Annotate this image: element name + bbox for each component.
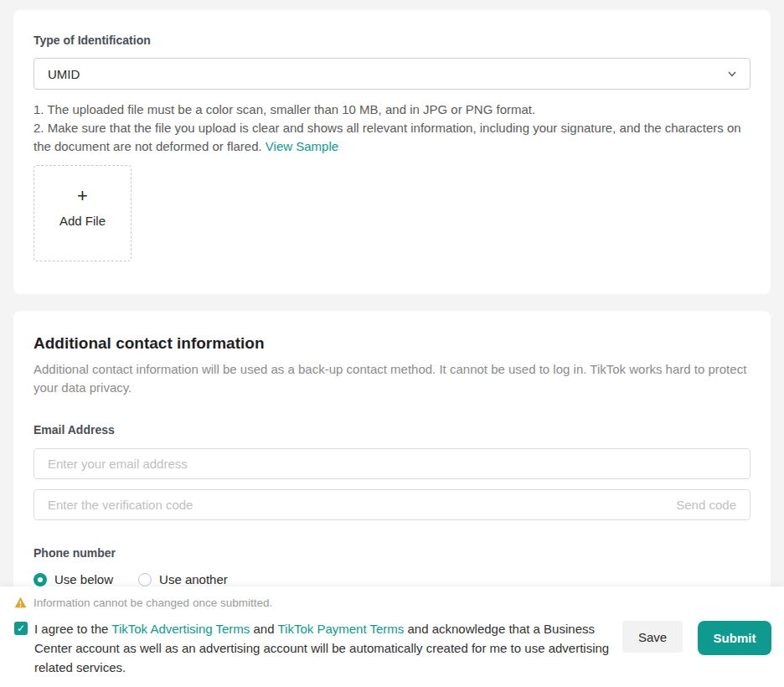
upload-instructions: 1. The uploaded file must be a color sca… [34, 101, 750, 156]
identification-type-label: Type of Identification [34, 34, 750, 47]
plus-icon: + [77, 187, 88, 205]
email-input-wrap [34, 448, 750, 479]
radio-use-another-label: Use another [159, 572, 228, 586]
agreement-row: ✓ I agree to the TikTok Advertising Term… [0, 612, 784, 677]
verification-code-input-wrap: Send code [34, 489, 750, 520]
warning-triangle-icon [14, 597, 27, 608]
chevron-down-icon [726, 68, 738, 80]
identification-card: Type of Identification UMID 1. The uploa… [13, 10, 771, 294]
phone-number-label: Phone number [34, 546, 750, 560]
radio-selected-icon [34, 573, 47, 586]
warning-banner: Information cannot be changed once submi… [0, 586, 784, 612]
sticky-action-footer: Information cannot be changed once submi… [0, 586, 784, 687]
agreement-checkbox[interactable]: ✓ [14, 622, 28, 635]
email-address-label: Email Address [34, 423, 750, 436]
radio-use-another[interactable]: Use another [138, 572, 228, 586]
footer-buttons: Save Submit [622, 621, 771, 655]
advertising-terms-link[interactable]: TikTok Advertising Terms [111, 622, 250, 636]
radio-unselected-icon [138, 573, 152, 586]
contact-info-title: Additional contact information [34, 334, 750, 353]
upload-instruction-2: 2. Make sure that the file you upload is… [34, 119, 750, 156]
warning-text: Information cannot be changed once submi… [34, 597, 272, 609]
identification-type-select[interactable]: UMID [34, 58, 750, 90]
upload-instruction-1: 1. The uploaded file must be a color sca… [34, 101, 750, 119]
contact-info-card: Additional contact information Additiona… [13, 311, 771, 612]
view-sample-link[interactable]: View Sample [266, 139, 338, 153]
identification-type-selected-value: UMID [48, 67, 80, 81]
save-button[interactable]: Save [622, 621, 683, 653]
submit-button[interactable]: Submit [698, 621, 771, 655]
verification-code-input[interactable] [34, 490, 676, 519]
radio-use-below[interactable]: Use below [34, 572, 113, 586]
radio-use-below-label: Use below [54, 572, 113, 586]
email-input[interactable] [34, 449, 750, 478]
payment-terms-link[interactable]: TikTok Payment Terms [277, 622, 404, 636]
add-file-label: Add File [59, 214, 106, 228]
agreement-text: I agree to the TikTok Advertising Terms … [34, 619, 614, 677]
contact-info-description: Additional contact information will be u… [34, 360, 750, 397]
add-file-upload-box[interactable]: + Add File [34, 165, 132, 261]
send-code-button[interactable]: Send code [676, 498, 750, 512]
phone-radio-group: Use below Use another [34, 572, 750, 586]
agreement-left: ✓ I agree to the TikTok Advertising Term… [14, 619, 614, 677]
